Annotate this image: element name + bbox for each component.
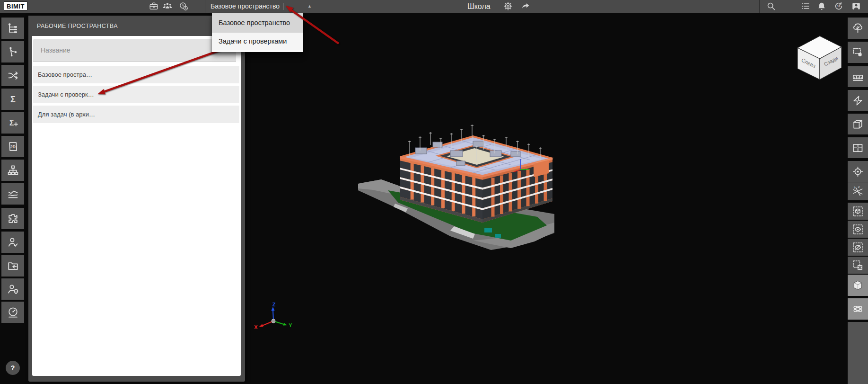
tool-environment-tree[interactable] [848, 18, 868, 39]
tool-user-location[interactable] [1, 278, 24, 300]
tool-sigma-plus[interactable]: Σ [1, 112, 24, 134]
sheet-2d-icon: 2D [7, 140, 19, 153]
history-badge: 10 [837, 5, 841, 8]
tool-axes-grid[interactable]: 1 2 [848, 182, 868, 200]
tool-model-tree[interactable] [1, 18, 24, 39]
user-location-icon [7, 283, 19, 295]
view-cube[interactable]: Слева Сзади [798, 36, 842, 80]
tool-plugins[interactable] [1, 208, 24, 229]
app-logo[interactable]: BiMiT [4, 1, 27, 10]
git-branch-icon [7, 45, 19, 58]
axis-z-label: Z [272, 302, 276, 307]
workspace-row-archive[interactable]: Для задач (в архи… [33, 106, 239, 123]
plugin-puzzle-icon [7, 212, 19, 225]
tool-isolate[interactable] [848, 203, 868, 220]
org-chart-icon [7, 164, 19, 177]
axis-x-label: X [254, 324, 258, 330]
tool-2d-sheet[interactable]: 2D [1, 136, 24, 157]
ruler-icon [851, 71, 864, 83]
trend-chart-icon [7, 188, 19, 200]
sigma-icon: Σ [7, 93, 19, 106]
text-cursor [283, 3, 283, 10]
workspace-dropdown-menu: Базовое пространство Задачи с проверками [212, 13, 303, 52]
svg-text:2D: 2D [10, 144, 16, 149]
axes-grid-icon: 1 2 [851, 185, 864, 198]
user-check-icon [7, 236, 19, 249]
axis-triad: Z X Y [254, 302, 292, 330]
tool-section-box[interactable] [848, 114, 868, 134]
workspace-selector[interactable]: Базовое пространство ▲ [207, 0, 316, 13]
tool-user-check[interactable] [1, 232, 24, 253]
topbar-separator [759, 0, 760, 13]
tool-gauge[interactable] [1, 302, 24, 323]
region-select-icon [851, 46, 864, 59]
model-tree-icon [7, 22, 19, 35]
section-box-icon [851, 118, 864, 131]
orbit-icon [851, 303, 864, 315]
svg-text:1: 1 [854, 186, 856, 189]
workspace-row-base[interactable]: Базовое простра… [33, 66, 239, 83]
svg-text:Σ: Σ [10, 95, 16, 104]
tool-region-select[interactable] [848, 42, 868, 63]
workspace-row-tasks[interactable]: Задачи с проверк… [33, 86, 239, 103]
clear-selection-icon [851, 259, 864, 272]
tool-orbit-mode[interactable] [848, 298, 868, 320]
section-flash-icon [851, 94, 864, 107]
name-filter-input[interactable] [33, 39, 236, 62]
tool-relations[interactable] [1, 41, 24, 63]
gauge-icon [7, 306, 19, 319]
top-bar: BiMiT Базовое пространство ▲ Школа [0, 0, 868, 13]
floor-plan-icon [851, 142, 864, 154]
briefcase-icon[interactable] [149, 1, 159, 11]
isolate-cube-icon [851, 205, 864, 218]
project-title: Школа [467, 0, 491, 13]
tool-clear-selection[interactable] [848, 257, 868, 274]
workspace-selector-value: Базовое пространство [210, 0, 280, 13]
locate-icon [851, 165, 864, 178]
tool-shaded-mode[interactable] [848, 275, 868, 296]
sigma-plus-icon: Σ [7, 116, 19, 129]
settings-gear-icon[interactable] [503, 1, 513, 11]
tool-sigma[interactable]: Σ [1, 89, 24, 110]
tool-locate[interactable] [848, 161, 868, 182]
tool-floor-plan[interactable] [848, 137, 868, 158]
right-toolbar-panel [848, 322, 868, 384]
notifications-bell-icon[interactable] [816, 1, 827, 11]
history-icon[interactable]: 10 [833, 1, 844, 11]
tool-show[interactable] [848, 221, 868, 238]
axis-y-label: Y [289, 322, 292, 328]
svg-text:2: 2 [858, 185, 860, 188]
tool-measure[interactable] [848, 66, 868, 87]
schedule-icon[interactable] [178, 1, 189, 11]
folder-import-icon [7, 259, 19, 272]
workspaces-panel: РАБОЧИЕ ПРОСТРАНСТВА Базовое простра… За… [28, 16, 245, 382]
tool-trends[interactable] [1, 183, 24, 205]
menu-item-base-workspace[interactable]: Базовое пространство [212, 13, 303, 33]
tool-folder-import[interactable] [1, 255, 24, 277]
topbar-separator [205, 0, 205, 13]
tool-org-chart[interactable] [1, 160, 24, 181]
svg-text:Σ: Σ [9, 119, 13, 127]
account-icon[interactable] [851, 1, 861, 11]
chevron-up-icon: ▲ [307, 0, 312, 13]
hide-eye-icon [851, 241, 864, 254]
shaded-cube-icon [851, 279, 864, 292]
help-button[interactable]: ? [6, 361, 20, 375]
team-icon[interactable] [162, 1, 173, 11]
tool-hide[interactable] [848, 239, 868, 256]
shuffle-icon [7, 69, 19, 82]
panel-body: Базовое простра… Задачи с проверк… Для з… [32, 36, 241, 376]
menu-item-tasks-with-checks[interactable]: Задачи с проверками [212, 33, 303, 50]
tool-shuffle[interactable] [1, 65, 24, 86]
list-icon[interactable] [800, 1, 811, 11]
tool-section-flash[interactable] [848, 90, 868, 111]
tree-icon [851, 22, 864, 35]
search-icon[interactable] [766, 1, 776, 11]
share-icon[interactable] [520, 1, 531, 11]
show-eye-icon [851, 223, 864, 236]
